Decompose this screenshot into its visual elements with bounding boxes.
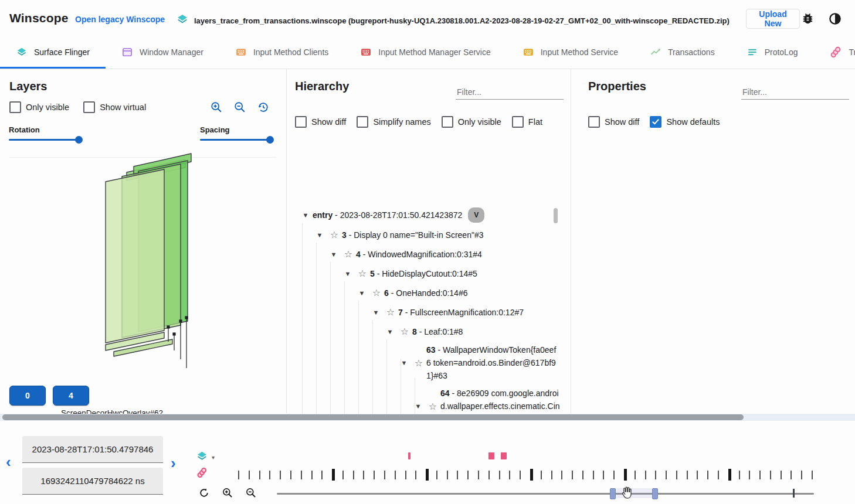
tree-row[interactable]: ▼☆6 - OneHanded:0:14#6 — [295, 283, 560, 302]
timeline-tick[interactable] — [353, 471, 354, 479]
pin-star-icon[interactable]: ☆ — [355, 268, 370, 279]
range-handle-right[interactable] — [652, 488, 658, 499]
tree-row[interactable]: ▼☆5 - HideDisplayCutout:0:14#5 — [295, 264, 560, 283]
timeline-tick[interactable] — [342, 471, 344, 479]
horizontal-scrollbar-thumb[interactable] — [2, 414, 744, 420]
timeline-tick[interactable] — [415, 471, 416, 479]
timeline-tick[interactable] — [311, 471, 313, 479]
range-handle-left[interactable] — [610, 488, 616, 499]
timeline-tick[interactable] — [395, 471, 396, 479]
pin-star-icon[interactable]: ☆ — [341, 248, 356, 260]
spacing-slider-thumb[interactable] — [266, 136, 274, 144]
transition-marker[interactable] — [501, 452, 507, 459]
zoom-out-icon[interactable] — [245, 487, 257, 501]
layers-3d-view[interactable] — [6, 145, 281, 386]
show-diff-checkbox[interactable]: Show diff — [588, 116, 639, 128]
expand-caret-icon[interactable]: ▼ — [369, 309, 383, 316]
transition-marker[interactable] — [488, 452, 494, 459]
timeline-tick[interactable] — [509, 471, 510, 479]
zoom-in-icon[interactable] — [210, 101, 223, 116]
checkbox-box[interactable] — [357, 116, 368, 128]
timeline-tick[interactable] — [728, 469, 731, 481]
pin-star-icon[interactable]: ☆ — [369, 287, 384, 298]
timeline-tick[interactable] — [676, 471, 677, 479]
timeline-tick[interactable] — [332, 469, 335, 481]
tab-window-manager[interactable]: Window Manager — [106, 38, 219, 69]
simplify-names-checkbox[interactable]: Simplify names — [357, 116, 430, 128]
expand-caret-icon[interactable]: ▼ — [313, 231, 327, 239]
timeline-tick[interactable] — [697, 471, 698, 479]
timeline-tick[interactable] — [488, 471, 490, 479]
timeline-tick[interactable] — [426, 469, 429, 481]
rotation-slider-thumb[interactable] — [75, 136, 83, 144]
properties-filter-input[interactable] — [741, 85, 849, 100]
tree-row[interactable]: ▼☆63 - WallpaperWindowToken{fa0eef6 toke… — [295, 341, 560, 384]
timeline-tick[interactable] — [790, 471, 792, 479]
tree-row[interactable]: ▼☆3 - Display 0 name="Built-in Screen"#3 — [295, 225, 560, 244]
timeline-tick[interactable] — [301, 471, 302, 479]
expand-caret-icon[interactable]: ▼ — [355, 290, 369, 297]
reset-view-icon[interactable] — [257, 101, 270, 116]
timeline-tick[interactable] — [467, 471, 469, 479]
timeline-tick[interactable] — [520, 471, 521, 479]
upload-new-button[interactable]: Upload New — [746, 9, 800, 29]
timeline-tick[interactable] — [405, 471, 406, 479]
tab-input-method-service[interactable]: Input Method Service — [507, 38, 634, 69]
spacing-slider[interactable] — [200, 139, 273, 141]
timeline-tick[interactable] — [707, 471, 708, 479]
timeline-tick[interactable] — [812, 471, 813, 479]
hierarchy-filter-input[interactable] — [456, 85, 564, 100]
tree-row[interactable]: ▼☆7 - FullscreenMagnification:0:12#7 — [295, 302, 560, 322]
checkbox-box[interactable] — [295, 116, 307, 128]
timeline-tick[interactable] — [655, 471, 656, 479]
timeline-tick[interactable] — [603, 471, 604, 479]
tab-protolog[interactable]: ProtoLog — [731, 38, 814, 69]
transitions-trace-icon[interactable] — [196, 466, 208, 481]
timeline-tick[interactable] — [321, 471, 323, 479]
pin-star-icon[interactable]: ☆ — [425, 401, 440, 412]
timestamp-ns-field[interactable]: 1693242110479784622 ns — [22, 468, 163, 495]
tree-row[interactable]: ▼☆4 - WindowedMagnification:0:31#4 — [295, 244, 560, 264]
open-legacy-link[interactable]: Open legacy Winscope — [75, 15, 165, 24]
expand-caret-icon[interactable]: ▼ — [383, 328, 397, 335]
highlight-id-button-4[interactable]: 4 — [53, 386, 89, 406]
timeline-tick[interactable] — [718, 471, 719, 479]
timeline-tick[interactable] — [635, 471, 636, 479]
timeline-tick[interactable] — [363, 471, 364, 479]
expand-caret-icon[interactable]: ▼ — [327, 251, 341, 258]
tab-input-method-manager-service[interactable]: Input Method Manager Service — [344, 38, 506, 69]
checkbox-box[interactable] — [588, 116, 600, 128]
timeline-tick[interactable] — [770, 471, 771, 479]
rotation-slider[interactable] — [9, 139, 80, 141]
timeline-range-track[interactable] — [277, 493, 814, 495]
timeline-tick[interactable] — [551, 471, 552, 479]
expand-caret-icon[interactable]: ▼ — [298, 212, 313, 219]
layers-trace-icon[interactable] — [196, 450, 208, 465]
dark-mode-toggle-icon[interactable] — [828, 12, 842, 26]
tree-row[interactable]: ▼entry - 2023-08-28T17:01:50.421423872V — [295, 205, 560, 225]
tab-surface-flinger[interactable]: Surface Flinger — [0, 38, 106, 69]
timeline-tick[interactable] — [290, 471, 291, 479]
refresh-icon[interactable] — [198, 487, 210, 501]
checkbox-box[interactable] — [512, 116, 524, 128]
timeline-tick[interactable] — [457, 471, 458, 479]
timeline-tick[interactable] — [613, 471, 615, 479]
timeline-tick[interactable] — [572, 471, 573, 479]
only-visible-checkbox[interactable]: Only visible — [442, 116, 501, 128]
highlight-id-button-0[interactable]: 0 — [9, 386, 46, 406]
tree-row[interactable]: ▼☆8 - Leaf:0:1#8 — [295, 322, 560, 341]
timeline-tick[interactable] — [801, 471, 802, 479]
expand-caret-icon[interactable]: ▼ — [341, 270, 355, 277]
checkbox-box[interactable] — [9, 101, 21, 113]
trace-selector-caret-icon[interactable]: ▾ — [212, 454, 215, 461]
tab-transactions[interactable]: Transactions — [634, 38, 731, 69]
checkbox-box[interactable] — [650, 116, 661, 128]
timeline-tick[interactable] — [374, 471, 375, 479]
pin-star-icon[interactable]: ☆ — [411, 357, 426, 369]
flat-checkbox[interactable]: Flat — [512, 116, 542, 128]
checkbox-box[interactable] — [83, 101, 95, 113]
timeline-tick[interactable] — [781, 471, 782, 479]
timeline-tick[interactable] — [436, 471, 437, 479]
show-defaults-checkbox[interactable]: Show defaults — [650, 116, 720, 128]
timeline-tick[interactable] — [561, 471, 562, 479]
